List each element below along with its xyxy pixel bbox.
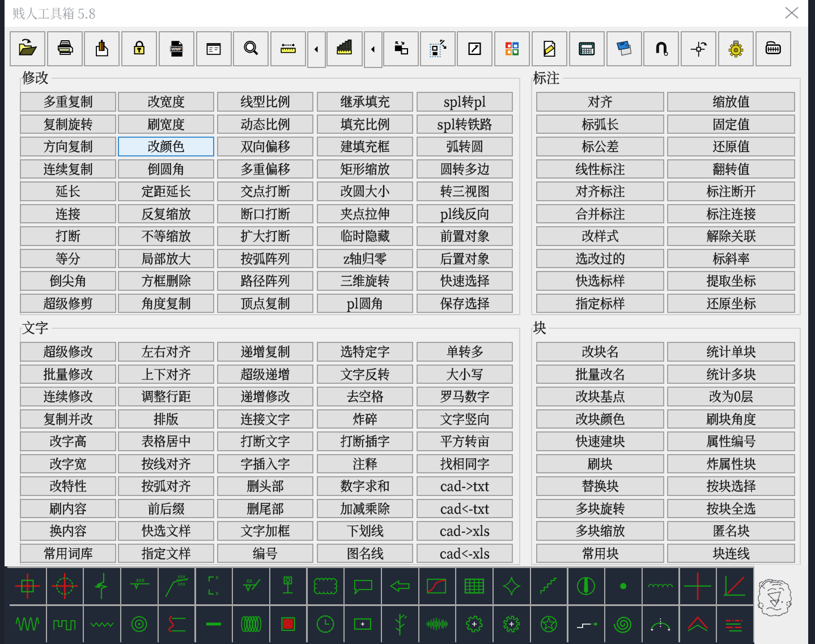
svg-text:WMF: WMF <box>171 46 182 52</box>
svg-text:xxx: xxx <box>178 581 186 587</box>
svg-text:x: x <box>216 574 219 581</box>
svg-text:xxx: xxx <box>178 574 186 579</box>
svg-text:xx: xx <box>247 578 252 584</box>
svg-text:xxx: xxx <box>136 577 145 583</box>
svg-text:x: x <box>216 590 219 596</box>
